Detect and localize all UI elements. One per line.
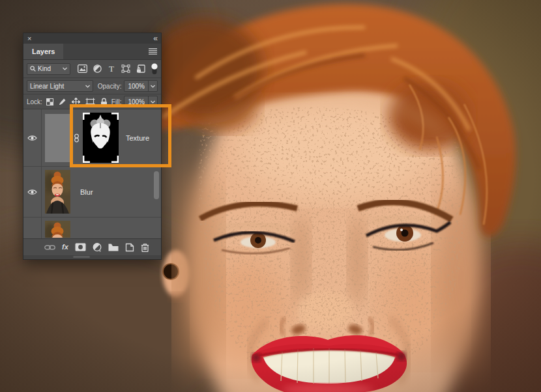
search-icon bbox=[30, 66, 36, 72]
eye-icon bbox=[27, 135, 37, 141]
layer-thumbnail[interactable] bbox=[45, 114, 70, 162]
link-layers-icon[interactable] bbox=[44, 244, 55, 251]
layer-name[interactable]: Blur bbox=[80, 188, 93, 196]
type-layer-filter-icon[interactable]: T bbox=[108, 64, 115, 73]
opacity-value: 100% bbox=[124, 83, 148, 90]
collapse-panel-icon[interactable]: « bbox=[153, 35, 157, 42]
filter-row: Kind T bbox=[23, 60, 161, 78]
pixel-layer-filter-icon[interactable] bbox=[78, 64, 87, 73]
panel-titlebar: × « bbox=[23, 33, 161, 44]
adjustment-layer-filter-icon[interactable] bbox=[93, 64, 102, 73]
delete-layer-icon[interactable] bbox=[141, 243, 149, 252]
add-mask-icon[interactable] bbox=[75, 243, 86, 251]
chevron-down-icon bbox=[151, 100, 155, 104]
layer-row-bottom[interactable] bbox=[23, 217, 161, 238]
new-group-icon[interactable] bbox=[108, 243, 119, 251]
layer-thumbnail[interactable] bbox=[45, 221, 70, 238]
shape-layer-filter-icon[interactable] bbox=[121, 64, 130, 73]
tab-layers[interactable]: Layers bbox=[23, 44, 63, 59]
opacity-dropdown-chevron[interactable] bbox=[148, 81, 157, 91]
panel-tab-bar: Layers bbox=[23, 44, 161, 60]
filter-kind-dropdown[interactable]: Kind bbox=[27, 63, 70, 75]
layer-thumbnail[interactable] bbox=[45, 170, 70, 214]
opacity-label: Opacity: bbox=[98, 83, 122, 90]
blend-row: Linear Light Opacity: 100% bbox=[23, 78, 161, 94]
lock-transparency-icon[interactable] bbox=[46, 98, 53, 105]
layer-style-button[interactable]: fx bbox=[62, 244, 68, 251]
chevron-down-icon bbox=[85, 85, 90, 88]
visibility-cell[interactable] bbox=[23, 167, 42, 217]
mask-highlight-box bbox=[70, 104, 171, 167]
layer-row-blur[interactable]: Blur bbox=[23, 167, 161, 217]
blend-mode-dropdown[interactable]: Linear Light bbox=[27, 80, 93, 92]
filter-kind-label: Kind bbox=[38, 65, 61, 72]
chevron-down-icon bbox=[63, 67, 67, 70]
tab-layers-label: Layers bbox=[32, 48, 55, 55]
lock-label: Lock: bbox=[27, 98, 42, 105]
panel-menu-icon[interactable] bbox=[149, 48, 157, 55]
opacity-field[interactable]: 100% bbox=[124, 80, 158, 92]
eye-icon bbox=[27, 189, 37, 195]
visibility-cell[interactable] bbox=[23, 109, 42, 166]
lock-pixels-icon[interactable] bbox=[59, 98, 66, 105]
visibility-cell[interactable] bbox=[23, 217, 42, 238]
new-adjustment-layer-icon[interactable] bbox=[93, 243, 102, 252]
blend-mode-value: Linear Light bbox=[30, 83, 83, 90]
new-layer-icon[interactable] bbox=[125, 243, 134, 252]
app-screenshot: × « Layers Kind bbox=[0, 0, 541, 392]
scrollbar-thumb[interactable] bbox=[154, 171, 159, 199]
filter-toggle[interactable] bbox=[151, 63, 158, 75]
svg-text:T: T bbox=[109, 64, 114, 73]
chevron-down-icon bbox=[151, 85, 155, 88]
panel-resize-grip[interactable] bbox=[23, 255, 161, 259]
smart-object-filter-icon[interactable] bbox=[136, 64, 145, 74]
close-icon[interactable]: × bbox=[27, 35, 31, 42]
panel-footer: fx bbox=[23, 238, 161, 255]
